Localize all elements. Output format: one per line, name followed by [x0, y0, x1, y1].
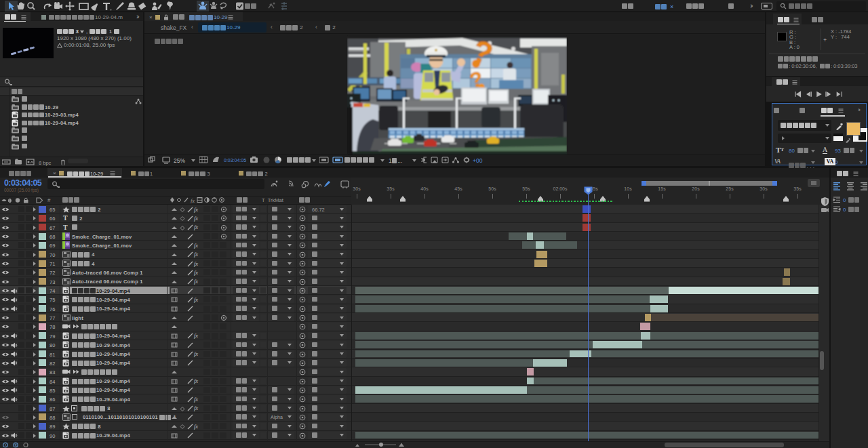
svg-text:fx: fx	[191, 197, 195, 204]
